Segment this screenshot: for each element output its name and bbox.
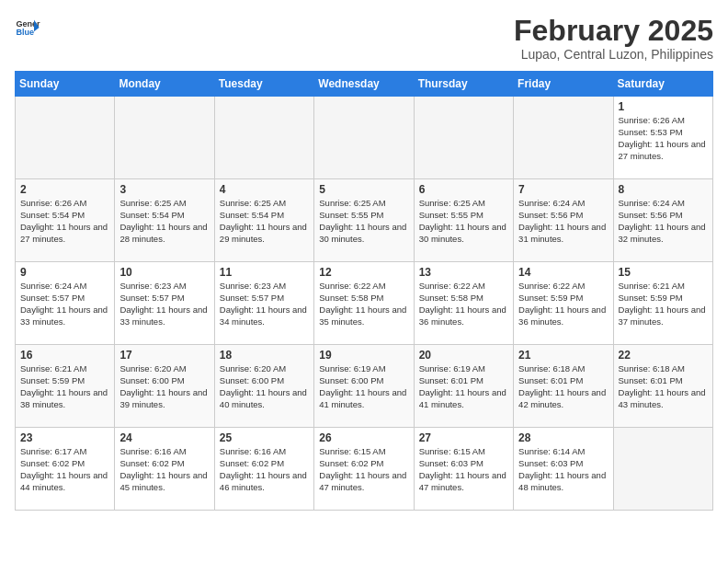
calendar-cell: 24Sunrise: 6:16 AM Sunset: 6:02 PM Dayli…: [115, 428, 214, 511]
svg-text:Blue: Blue: [16, 28, 34, 37]
day-number: 17: [119, 349, 209, 362]
calendar-header-row: SundayMondayTuesdayWednesdayThursdayFrid…: [16, 72, 713, 97]
day-info: Sunrise: 6:26 AM Sunset: 5:54 PM Dayligh…: [20, 198, 109, 245]
day-number: 4: [220, 183, 309, 196]
day-number: 23: [20, 431, 109, 444]
calendar-cell: 17Sunrise: 6:20 AM Sunset: 6:00 PM Dayli…: [115, 345, 214, 428]
day-info: Sunrise: 6:26 AM Sunset: 5:53 PM Dayligh…: [619, 115, 708, 162]
day-number: 18: [220, 349, 309, 362]
logo: General Blue: [15, 15, 40, 40]
day-info: Sunrise: 6:18 AM Sunset: 6:01 PM Dayligh…: [619, 363, 708, 410]
day-number: 6: [419, 183, 508, 196]
calendar-cell: [514, 97, 613, 179]
day-info: Sunrise: 6:25 AM Sunset: 5:55 PM Dayligh…: [419, 198, 508, 245]
calendar-cell: 20Sunrise: 6:19 AM Sunset: 6:01 PM Dayli…: [414, 345, 513, 428]
day-info: Sunrise: 6:24 AM Sunset: 5:57 PM Dayligh…: [20, 281, 109, 327]
calendar-cell: 23Sunrise: 6:17 AM Sunset: 6:02 PM Dayli…: [16, 428, 115, 511]
day-number: 12: [319, 266, 408, 279]
day-info: Sunrise: 6:25 AM Sunset: 5:54 PM Dayligh…: [220, 198, 309, 245]
day-number: 7: [518, 183, 608, 196]
day-info: Sunrise: 6:16 AM Sunset: 6:02 PM Dayligh…: [119, 446, 209, 493]
week-row-2: 2Sunrise: 6:26 AM Sunset: 5:54 PM Daylig…: [16, 179, 713, 262]
calendar-cell: 19Sunrise: 6:19 AM Sunset: 6:00 PM Dayli…: [314, 345, 414, 428]
day-number: 24: [119, 431, 209, 444]
day-number: 27: [419, 431, 508, 444]
calendar-cell: 14Sunrise: 6:22 AM Sunset: 5:59 PM Dayli…: [514, 262, 613, 345]
day-info: Sunrise: 6:15 AM Sunset: 6:02 PM Dayligh…: [319, 446, 408, 493]
calendar-cell: 1Sunrise: 6:26 AM Sunset: 5:53 PM Daylig…: [613, 97, 712, 179]
calendar-cell: 5Sunrise: 6:25 AM Sunset: 5:55 PM Daylig…: [314, 179, 414, 262]
calendar-cell: 28Sunrise: 6:14 AM Sunset: 6:03 PM Dayli…: [514, 428, 613, 511]
day-number: 3: [119, 183, 209, 196]
calendar-cell: 6Sunrise: 6:25 AM Sunset: 5:55 PM Daylig…: [414, 179, 513, 262]
calendar-title: February 2025: [514, 15, 713, 47]
day-info: Sunrise: 6:24 AM Sunset: 5:56 PM Dayligh…: [518, 198, 608, 245]
day-number: 21: [518, 349, 608, 362]
calendar-subtitle: Lupao, Central Luzon, Philippines: [514, 47, 713, 62]
calendar-cell: 25Sunrise: 6:16 AM Sunset: 6:02 PM Dayli…: [214, 428, 313, 511]
day-number: 1: [619, 100, 708, 113]
day-number: 2: [20, 183, 109, 196]
day-info: Sunrise: 6:20 AM Sunset: 6:00 PM Dayligh…: [119, 363, 209, 410]
calendar-cell: [314, 97, 414, 179]
column-header-tuesday: Tuesday: [214, 72, 313, 97]
day-number: 26: [319, 431, 408, 444]
calendar-cell: [214, 97, 313, 179]
calendar-cell: 12Sunrise: 6:22 AM Sunset: 5:58 PM Dayli…: [314, 262, 414, 345]
calendar-cell: 26Sunrise: 6:15 AM Sunset: 6:02 PM Dayli…: [314, 428, 414, 511]
day-info: Sunrise: 6:21 AM Sunset: 5:59 PM Dayligh…: [619, 281, 708, 327]
day-info: Sunrise: 6:23 AM Sunset: 5:57 PM Dayligh…: [119, 281, 209, 327]
day-info: Sunrise: 6:21 AM Sunset: 5:59 PM Dayligh…: [20, 363, 109, 410]
column-header-friday: Friday: [514, 72, 613, 97]
day-number: 16: [20, 349, 109, 362]
day-info: Sunrise: 6:23 AM Sunset: 5:57 PM Dayligh…: [220, 281, 309, 327]
calendar-table: SundayMondayTuesdayWednesdayThursdayFrid…: [15, 71, 713, 511]
title-block: February 2025 Lupao, Central Luzon, Phil…: [514, 15, 713, 62]
column-header-thursday: Thursday: [414, 72, 513, 97]
day-info: Sunrise: 6:15 AM Sunset: 6:03 PM Dayligh…: [419, 446, 508, 493]
calendar-cell: 10Sunrise: 6:23 AM Sunset: 5:57 PM Dayli…: [115, 262, 214, 345]
day-number: 8: [619, 183, 708, 196]
day-info: Sunrise: 6:22 AM Sunset: 5:59 PM Dayligh…: [518, 281, 608, 327]
calendar-cell: 11Sunrise: 6:23 AM Sunset: 5:57 PM Dayli…: [214, 262, 313, 345]
calendar-cell: 21Sunrise: 6:18 AM Sunset: 6:01 PM Dayli…: [514, 345, 613, 428]
day-number: 25: [220, 431, 309, 444]
day-info: Sunrise: 6:22 AM Sunset: 5:58 PM Dayligh…: [319, 281, 408, 327]
day-number: 13: [419, 266, 508, 279]
column-header-wednesday: Wednesday: [314, 72, 414, 97]
day-number: 5: [319, 183, 408, 196]
calendar-cell: 2Sunrise: 6:26 AM Sunset: 5:54 PM Daylig…: [16, 179, 115, 262]
day-info: Sunrise: 6:18 AM Sunset: 6:01 PM Dayligh…: [518, 363, 608, 410]
day-info: Sunrise: 6:16 AM Sunset: 6:02 PM Dayligh…: [220, 446, 309, 493]
day-info: Sunrise: 6:25 AM Sunset: 5:54 PM Dayligh…: [119, 198, 209, 245]
calendar-cell: 7Sunrise: 6:24 AM Sunset: 5:56 PM Daylig…: [514, 179, 613, 262]
column-header-monday: Monday: [115, 72, 214, 97]
logo-icon: General Blue: [15, 15, 40, 40]
week-row-1: 1Sunrise: 6:26 AM Sunset: 5:53 PM Daylig…: [16, 97, 713, 179]
calendar-cell: 13Sunrise: 6:22 AM Sunset: 5:58 PM Dayli…: [414, 262, 513, 345]
column-header-saturday: Saturday: [613, 72, 712, 97]
calendar-cell: [414, 97, 513, 179]
calendar-cell: 27Sunrise: 6:15 AM Sunset: 6:03 PM Dayli…: [414, 428, 513, 511]
calendar-cell: 9Sunrise: 6:24 AM Sunset: 5:57 PM Daylig…: [16, 262, 115, 345]
day-info: Sunrise: 6:17 AM Sunset: 6:02 PM Dayligh…: [20, 446, 109, 493]
calendar-cell: [115, 97, 214, 179]
day-number: 14: [518, 266, 608, 279]
week-row-3: 9Sunrise: 6:24 AM Sunset: 5:57 PM Daylig…: [16, 262, 713, 345]
calendar-body: 1Sunrise: 6:26 AM Sunset: 5:53 PM Daylig…: [16, 97, 713, 511]
day-info: Sunrise: 6:25 AM Sunset: 5:55 PM Dayligh…: [319, 198, 408, 245]
calendar-cell: 8Sunrise: 6:24 AM Sunset: 5:56 PM Daylig…: [613, 179, 712, 262]
calendar-cell: [613, 428, 712, 511]
day-number: 20: [419, 349, 508, 362]
day-info: Sunrise: 6:19 AM Sunset: 6:00 PM Dayligh…: [319, 363, 408, 410]
day-info: Sunrise: 6:19 AM Sunset: 6:01 PM Dayligh…: [419, 363, 508, 410]
page-header: General Blue February 2025 Lupao, Centra…: [15, 15, 713, 62]
day-info: Sunrise: 6:14 AM Sunset: 6:03 PM Dayligh…: [518, 446, 608, 493]
day-info: Sunrise: 6:20 AM Sunset: 6:00 PM Dayligh…: [220, 363, 309, 410]
day-info: Sunrise: 6:24 AM Sunset: 5:56 PM Dayligh…: [619, 198, 708, 245]
day-number: 19: [319, 349, 408, 362]
calendar-cell: 4Sunrise: 6:25 AM Sunset: 5:54 PM Daylig…: [214, 179, 313, 262]
calendar-cell: 15Sunrise: 6:21 AM Sunset: 5:59 PM Dayli…: [613, 262, 712, 345]
calendar-cell: [16, 97, 115, 179]
week-row-4: 16Sunrise: 6:21 AM Sunset: 5:59 PM Dayli…: [16, 345, 713, 428]
